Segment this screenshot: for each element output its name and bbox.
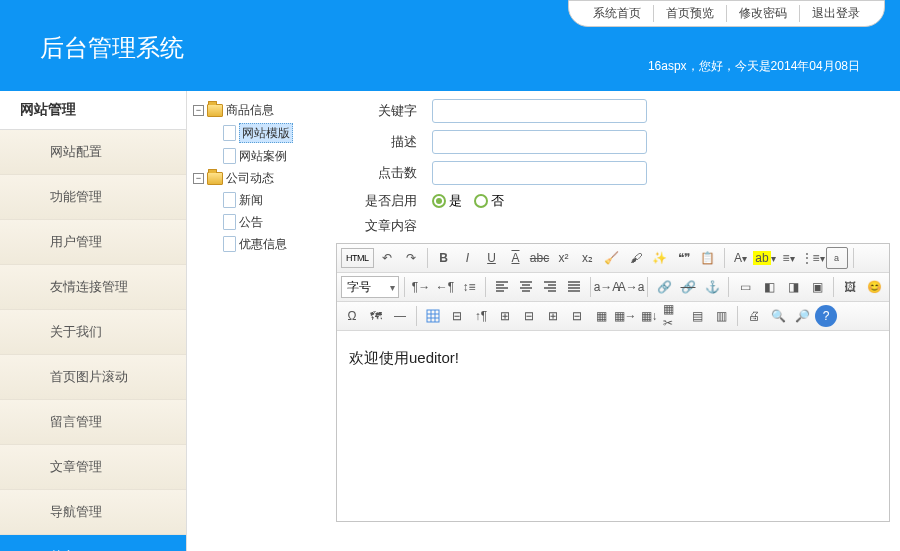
nav-home[interactable]: 系统首页 — [581, 5, 654, 22]
img-float-right-icon[interactable]: ◨ — [782, 276, 804, 298]
top-nav: 系统首页 首页预览 修改密码 退出登录 — [568, 0, 885, 27]
folder-icon — [207, 104, 223, 117]
tolowercase-icon[interactable]: A→a — [620, 276, 642, 298]
enable-no-radio[interactable]: 否 — [474, 192, 504, 210]
nav-preview[interactable]: 首页预览 — [654, 5, 727, 22]
delete-col-icon[interactable]: ⊟ — [566, 305, 588, 327]
editor-toolbar-row1: HTML ↶ ↷ B I U A abc x² x₂ 🧹 🖌 ✨ ❝❞ 📋 A▾… — [337, 244, 889, 273]
clearformat-icon[interactable]: 🧹 — [601, 247, 623, 269]
nav-password[interactable]: 修改密码 — [727, 5, 800, 22]
unlink-icon[interactable]: 🔗 — [677, 276, 699, 298]
editor-body[interactable]: 欢迎使用ueditor! — [337, 331, 889, 521]
merge-cells-icon[interactable]: ▦ — [590, 305, 612, 327]
undo-icon[interactable]: ↶ — [376, 247, 398, 269]
sidebar-item-site-config[interactable]: 网站配置 — [0, 130, 186, 175]
insert-col-icon[interactable]: ⊞ — [542, 305, 564, 327]
indent-left-icon[interactable]: ←¶ — [434, 276, 456, 298]
italic-icon[interactable]: I — [457, 247, 479, 269]
tree-group-company[interactable]: − 公司动态 — [191, 167, 322, 189]
sidebar-item-guestbook[interactable]: 留言管理 — [0, 400, 186, 445]
tree-item-template[interactable]: 网站模版 — [191, 121, 322, 145]
img-center-icon[interactable]: ▣ — [806, 276, 828, 298]
subscript-icon[interactable]: x₂ — [577, 247, 599, 269]
blockquote-icon[interactable]: ❝❞ — [673, 247, 695, 269]
sidebar: 网站管理 网站配置 功能管理 用户管理 友情连接管理 关于我们 首页图片滚动 留… — [0, 91, 187, 551]
enable-yes-radio[interactable]: 是 — [432, 192, 462, 210]
category-tree: − 商品信息 网站模版 网站案例 − 公司动态 新闻 公告 优惠信息 — [187, 91, 326, 551]
clicks-label: 点击数 — [336, 164, 432, 182]
sidebar-item-nav[interactable]: 导航管理 — [0, 490, 186, 535]
img-float-none-icon[interactable]: ▭ — [734, 276, 756, 298]
help-icon[interactable]: ? — [815, 305, 837, 327]
tree-group-products[interactable]: − 商品信息 — [191, 99, 322, 121]
pasteplain-icon[interactable]: 📋 — [697, 247, 719, 269]
sidebar-item-links[interactable]: 友情连接管理 — [0, 265, 186, 310]
forecolor-icon[interactable]: A▾ — [730, 247, 752, 269]
touppercase-icon[interactable]: a→A — [596, 276, 618, 298]
tree-item-case[interactable]: 网站案例 — [191, 145, 322, 167]
link-icon[interactable]: 🔗 — [653, 276, 675, 298]
align-right-icon[interactable] — [539, 276, 561, 298]
radio-checked-icon — [432, 194, 446, 208]
formatmatch-icon[interactable]: 🖌 — [625, 247, 647, 269]
insert-row-icon[interactable]: ⊞ — [494, 305, 516, 327]
split-cols-icon[interactable]: ▥ — [710, 305, 732, 327]
strikethrough-icon[interactable]: abc — [529, 247, 551, 269]
merge-right-icon[interactable]: ▦→ — [614, 305, 636, 327]
app-header: 系统首页 首页预览 修改密码 退出登录 后台管理系统 16aspx，您好，今天是… — [0, 0, 900, 91]
spechar-icon[interactable]: Ω — [341, 305, 363, 327]
system-title: 后台管理系统 — [40, 32, 184, 64]
map-icon[interactable]: 🗺 — [365, 305, 387, 327]
svg-rect-0 — [427, 310, 439, 322]
insert-image-icon[interactable]: 🖼 — [839, 276, 861, 298]
split-cells-icon[interactable]: ▦✂ — [662, 305, 684, 327]
enable-label: 是否启用 — [336, 192, 432, 210]
nav-logout[interactable]: 退出登录 — [800, 5, 872, 22]
clicks-input[interactable] — [432, 161, 647, 185]
merge-down-icon[interactable]: ▦↓ — [638, 305, 660, 327]
selectall-icon[interactable]: a — [826, 247, 848, 269]
insert-para-before-icon[interactable]: ↑¶ — [470, 305, 492, 327]
unordered-list-icon[interactable]: ⋮≡▾ — [802, 247, 824, 269]
indent-right-icon[interactable]: ¶→ — [410, 276, 432, 298]
print-icon[interactable]: 🖨 — [743, 305, 765, 327]
desc-input[interactable] — [432, 130, 647, 154]
collapse-icon[interactable]: − — [193, 173, 204, 184]
sidebar-item-slider[interactable]: 首页图片滚动 — [0, 355, 186, 400]
img-float-left-icon[interactable]: ◧ — [758, 276, 780, 298]
tree-item-news[interactable]: 新闻 — [191, 189, 322, 211]
bold-icon[interactable]: B — [433, 247, 455, 269]
align-left-icon[interactable] — [491, 276, 513, 298]
anchor-icon[interactable]: ⚓ — [701, 276, 723, 298]
split-rows-icon[interactable]: ▤ — [686, 305, 708, 327]
align-center-icon[interactable] — [515, 276, 537, 298]
redo-icon[interactable]: ↷ — [400, 247, 422, 269]
fontborder-icon[interactable]: A — [505, 247, 527, 269]
fontsize-select[interactable]: 字号 — [341, 276, 399, 298]
collapse-icon[interactable]: − — [193, 105, 204, 116]
superscript-icon[interactable]: x² — [553, 247, 575, 269]
lineheight-icon[interactable]: ↕≡ — [458, 276, 480, 298]
tree-item-notice[interactable]: 公告 — [191, 211, 322, 233]
underline-icon[interactable]: U — [481, 247, 503, 269]
align-justify-icon[interactable] — [563, 276, 585, 298]
preview-icon[interactable]: 🔍 — [767, 305, 789, 327]
sidebar-item-user[interactable]: 用户管理 — [0, 220, 186, 265]
keyword-input[interactable] — [432, 99, 647, 123]
backcolor-icon[interactable]: ab▾ — [754, 247, 776, 269]
ordered-list-icon[interactable]: ≡▾ — [778, 247, 800, 269]
html-source-button[interactable]: HTML — [341, 248, 374, 268]
searchreplace-icon[interactable]: 🔎 — [791, 305, 813, 327]
delete-table-icon[interactable]: ⊟ — [446, 305, 468, 327]
sidebar-item-other[interactable]: 其它 — [0, 535, 186, 551]
tree-item-promo[interactable]: 优惠信息 — [191, 233, 322, 255]
autotype-icon[interactable]: ✨ — [649, 247, 671, 269]
sidebar-item-article[interactable]: 文章管理 — [0, 445, 186, 490]
table-icon[interactable] — [422, 305, 444, 327]
emotion-icon[interactable]: 😊 — [863, 276, 885, 298]
sidebar-item-about[interactable]: 关于我们 — [0, 310, 186, 355]
sidebar-item-function[interactable]: 功能管理 — [0, 175, 186, 220]
folder-icon — [207, 172, 223, 185]
hr-icon[interactable]: — — [389, 305, 411, 327]
delete-row-icon[interactable]: ⊟ — [518, 305, 540, 327]
